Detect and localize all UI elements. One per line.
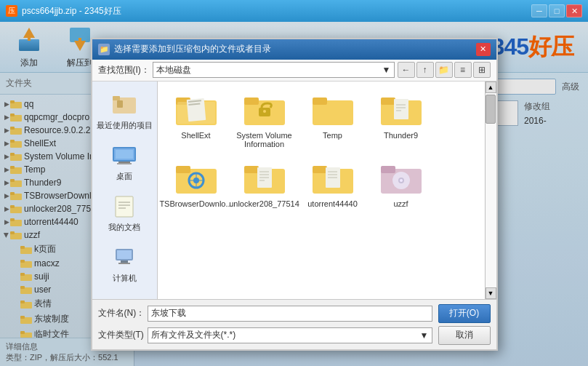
shortcut-desktop[interactable]: 桌面 xyxy=(92,138,157,186)
svg-point-75 xyxy=(263,110,266,113)
shortcut-recent-label: 最近使用的项目 xyxy=(97,120,153,131)
svg-rect-91 xyxy=(244,166,259,173)
filetype-row: 文件类型(T)： 所有文件及文件夹(*.*) ▼ 取消 xyxy=(98,326,491,345)
svg-rect-60 xyxy=(121,260,128,263)
folder-icon-uzzf xyxy=(379,160,423,196)
dialog-body: 最近使用的项目 桌面 xyxy=(92,81,496,299)
file-name-uzzf: uzzf xyxy=(393,199,408,208)
svg-rect-46 xyxy=(113,96,120,100)
file-item-tsbrowser[interactable]: TSBrowserDownlo... xyxy=(164,156,229,212)
recent-icon xyxy=(110,92,139,118)
file-name-shellext: ShellExt xyxy=(181,131,210,140)
filename-label: 文件名(N)： xyxy=(98,307,142,319)
dialog-close-button[interactable]: ✕ xyxy=(476,43,491,56)
location-value: 本地磁盘 xyxy=(156,64,191,76)
shortcuts-panel: 最近使用的项目 桌面 xyxy=(92,81,158,299)
svg-rect-80 xyxy=(394,99,408,119)
location-dropdown[interactable]: 本地磁盘 ▼ xyxy=(153,62,395,78)
select-arrow-icon: ▼ xyxy=(420,330,429,341)
file-name-utorrent: utorrent44440 xyxy=(307,199,358,208)
scrollbar-track xyxy=(486,93,496,287)
file-name-temp: Temp xyxy=(323,131,342,140)
desktop-icon xyxy=(110,143,139,169)
file-item-shellext[interactable]: ShellExt xyxy=(164,87,229,153)
shortcut-wps[interactable]: WPS云文档 xyxy=(92,291,157,299)
shortcut-computer[interactable]: 计算机 xyxy=(92,240,157,288)
file-item-sysvolume[interactable]: System VolumeInformation xyxy=(232,87,297,153)
shortcut-computer-label: 计算机 xyxy=(113,273,137,284)
file-item-utorrent[interactable]: utorrent44440 xyxy=(300,156,366,212)
folder-icon-temp xyxy=(311,92,355,128)
title-controls: ─ □ ✕ xyxy=(531,4,582,17)
title-text: pscs664jjb.zip - 2345好压 xyxy=(22,5,531,17)
dialog-toolbar: 查找范围(I)： 本地磁盘 ▼ ← ↑ 📁 ≡ ⊞ xyxy=(92,60,496,81)
scrollbar[interactable]: ▲ ▼ xyxy=(485,81,496,299)
dialog-title-bar: 📁 选择需要添加到压缩包内的文件或者目录 ✕ xyxy=(92,39,496,60)
file-item-thunder9[interactable]: Thunder9 xyxy=(368,87,434,153)
svg-rect-77 xyxy=(313,98,327,105)
nav-buttons: ← ↑ 📁 ≡ ⊞ xyxy=(398,62,491,78)
shortcut-recent[interactable]: 最近使用的项目 xyxy=(92,87,157,135)
minimize-button[interactable]: ─ xyxy=(531,4,547,17)
app-window: 压 pscs664jjb.zip - 2345好压 ─ □ ✕ xyxy=(0,0,588,366)
scrollbar-up-button[interactable]: ▲ xyxy=(486,81,496,93)
title-bar: 压 pscs664jjb.zip - 2345好压 ─ □ ✕ xyxy=(0,0,588,22)
svg-rect-53 xyxy=(116,196,133,217)
location-label: 查找范围(I)： xyxy=(98,64,150,76)
file-name-sysvolume: System VolumeInformation xyxy=(236,131,291,148)
nav-new-folder-button[interactable]: 📁 xyxy=(435,62,453,78)
svg-rect-79 xyxy=(381,98,395,105)
dialog-title: 选择需要添加到压缩包内的文件或者目录 xyxy=(114,43,476,55)
shortcut-documents[interactable]: 我的文档 xyxy=(92,189,157,237)
filetype-value: 所有文件及文件夹(*.*) xyxy=(151,329,236,341)
nav-back-button[interactable]: ← xyxy=(398,62,415,78)
file-grid[interactable]: ShellExt xyxy=(158,81,485,299)
computer-icon xyxy=(110,244,139,271)
svg-rect-85 xyxy=(176,166,190,173)
svg-rect-61 xyxy=(118,263,130,264)
folder-icon-shellext xyxy=(174,92,218,128)
scrollbar-down-button[interactable]: ▼ xyxy=(486,287,496,299)
svg-point-107 xyxy=(400,179,403,182)
documents-icon xyxy=(110,194,139,220)
svg-rect-50 xyxy=(117,163,132,164)
file-item-unlocker[interactable]: unlocker208_77514 xyxy=(232,156,297,212)
filetype-label: 文件类型(T)： xyxy=(98,329,142,341)
cancel-button[interactable]: 取消 xyxy=(438,326,491,345)
file-name-unlocker: unlocker208_77514 xyxy=(229,199,299,208)
nav-view-button[interactable]: ≡ xyxy=(454,62,472,78)
nav-up-button[interactable]: ↑ xyxy=(416,62,434,78)
app-icon: 压 xyxy=(6,5,17,17)
file-item-uzzf[interactable]: uzzf xyxy=(368,156,434,212)
file-dialog: 📁 选择需要添加到压缩包内的文件或者目录 ✕ 查找范围(I)： 本地磁盘 ▼ ←… xyxy=(91,38,498,351)
dialog-overlay: 📁 选择需要添加到压缩包内的文件或者目录 ✕ 查找范围(I)： 本地磁盘 ▼ ←… xyxy=(0,22,588,366)
scrollbar-thumb[interactable] xyxy=(486,95,496,124)
close-button[interactable]: ✕ xyxy=(566,4,582,17)
filename-row: 文件名(N)： 打开(O) xyxy=(98,304,491,323)
file-name-tsbrowser: TSBrowserDownlo... xyxy=(159,199,232,208)
folder-icon-unlocker xyxy=(243,160,286,196)
filename-input[interactable] xyxy=(148,306,432,322)
svg-rect-98 xyxy=(313,166,327,173)
folder-icon-thunder9 xyxy=(379,92,423,128)
dialog-bottom: 文件名(N)： 打开(O) 文件类型(T)： 所有文件及文件夹(*.*) ▼ 取… xyxy=(92,299,496,349)
svg-rect-47 xyxy=(117,100,123,108)
file-name-thunder9: Thunder9 xyxy=(384,131,418,140)
maximize-button[interactable]: □ xyxy=(549,4,565,17)
shortcut-desktop-label: 桌面 xyxy=(116,171,132,182)
dropdown-arrow-icon: ▼ xyxy=(382,65,391,75)
shortcut-documents-label: 我的文档 xyxy=(108,222,140,233)
nav-view2-button[interactable]: ⊞ xyxy=(473,62,491,78)
filetype-select[interactable]: 所有文件及文件夹(*.*) ▼ xyxy=(148,327,432,343)
svg-rect-104 xyxy=(381,166,395,173)
svg-rect-73 xyxy=(244,98,259,105)
dialog-icon: 📁 xyxy=(98,44,110,55)
folder-icon-tsbrowser xyxy=(174,160,218,196)
svg-rect-52 xyxy=(116,150,133,159)
folder-icon-sysvolume xyxy=(243,92,286,128)
folder-icon-utorrent xyxy=(311,160,355,196)
file-item-temp[interactable]: Temp xyxy=(300,87,366,153)
svg-rect-59 xyxy=(117,250,132,259)
open-button[interactable]: 打开(O) xyxy=(438,304,491,323)
